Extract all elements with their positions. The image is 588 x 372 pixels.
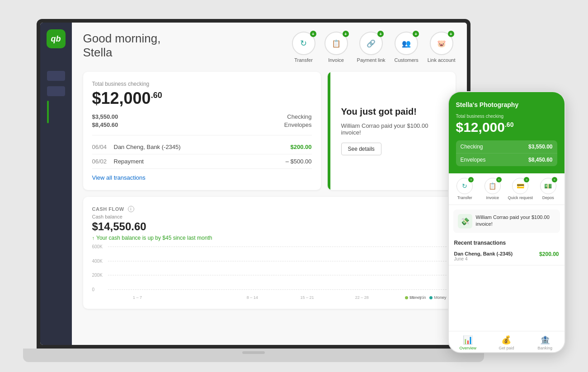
link-account-icon-circle: 🐷 + bbox=[430, 32, 453, 55]
payment-icon-circle: 🔗 + bbox=[359, 32, 383, 55]
cashflow-header: CASH FLOW i bbox=[92, 206, 447, 212]
phone-action-deposit[interactable]: 💵 + Depos bbox=[534, 178, 562, 200]
transfer-label: Transfer bbox=[294, 57, 313, 63]
quick-action-transfer[interactable]: ↻ + Transfer bbox=[292, 32, 315, 63]
phone-transfer-icon: ↻ + bbox=[456, 178, 473, 194]
sidebar-item-2[interactable] bbox=[47, 86, 65, 96]
legend-green-dot bbox=[405, 296, 408, 299]
phone-balance-label: Total business checking bbox=[456, 114, 557, 119]
phone-nav-getpaid-icon: 💰 bbox=[501, 335, 511, 345]
cashflow-balance: $14,550.60 bbox=[92, 220, 447, 233]
quick-action-payment[interactable]: 🔗 + Payment link bbox=[357, 32, 386, 63]
y-label-600k: 600K bbox=[92, 244, 103, 249]
quick-action-invoice[interactable]: 📋 + Invoice bbox=[325, 32, 348, 63]
phone-business-name: Stella's Photography bbox=[456, 101, 557, 108]
balance-label: Total business checking bbox=[92, 81, 312, 87]
laptop-screen: qb Good morning, St bbox=[40, 23, 467, 345]
notif-text: William Corrao paid your $100.00 invoice… bbox=[337, 122, 447, 136]
bars-container bbox=[110, 248, 444, 291]
phone-envelopes-row: Envelopes $8,450.60 bbox=[456, 153, 557, 166]
payment-plus: + bbox=[377, 31, 384, 37]
invoice-plus: + bbox=[343, 31, 349, 37]
phone-deposit-label: Depos bbox=[542, 195, 554, 200]
phone-trans-amount: $200.00 bbox=[539, 251, 559, 257]
phone-deposit-icon: 💵 + bbox=[540, 178, 556, 194]
legend-money-out: Money bbox=[429, 295, 446, 300]
phone-action-transfer[interactable]: ↻ + Transfer bbox=[451, 178, 479, 200]
greeting-line1: Good morning, Stella bbox=[83, 32, 161, 60]
sidebar: qb bbox=[40, 23, 72, 345]
grid-line-1 bbox=[108, 246, 447, 247]
customers-plus: + bbox=[413, 31, 419, 37]
phone-quick-request-icon: 💳 + bbox=[512, 178, 528, 194]
legend-money-in: Money in bbox=[405, 295, 426, 300]
phone-nav-banking[interactable]: 🏦 Banking bbox=[526, 335, 564, 350]
transaction-2: 06/02 Repayment – $500.00 bbox=[92, 154, 312, 169]
quick-action-customers[interactable]: 👥 + Customers bbox=[395, 32, 419, 63]
phone-nav-getpaid[interactable]: 💰 Get paid bbox=[487, 335, 526, 350]
phone-checking-row: Checking $3,550.00 bbox=[456, 140, 557, 153]
legend-teal-dot bbox=[429, 296, 433, 299]
laptop: qb Good morning, St bbox=[23, 10, 484, 362]
laptop-trackpad bbox=[242, 351, 265, 354]
transfer-plus: + bbox=[310, 31, 316, 37]
phone-notif-text: William Corrao paid your $100.00 invoice… bbox=[476, 214, 555, 228]
payment-icon: 🔗 bbox=[367, 39, 376, 48]
view-all-link[interactable]: View all transactions bbox=[92, 174, 312, 181]
phone-invoice-plus: + bbox=[496, 177, 502, 182]
envelopes-row: $8,450.60 Envelopes bbox=[92, 121, 312, 128]
main-content: Good morning, Stella ↻ + Transfer bbox=[72, 23, 467, 345]
header: Good morning, Stella ↻ + Transfer bbox=[83, 32, 456, 63]
invoice-icon-circle: 📋 + bbox=[325, 32, 348, 55]
phone-quick-request-plus: + bbox=[524, 177, 529, 182]
transfer-icon: ↻ bbox=[300, 38, 307, 48]
phone-nav-banking-label: Banking bbox=[538, 346, 553, 350]
phone-balance-amount: $12,000.60 bbox=[456, 120, 557, 135]
phone: Stella's Photography Total business chec… bbox=[448, 91, 565, 353]
quick-actions-bar: ↻ + Transfer 📋 + Invoice bbox=[292, 32, 456, 63]
greeting: Good morning, Stella bbox=[83, 32, 161, 60]
customers-icon: 👥 bbox=[402, 39, 411, 48]
phone-screen: Stella's Photography Total business chec… bbox=[449, 92, 564, 352]
phone-transfer-plus: + bbox=[468, 177, 474, 182]
phone-action-quick-request[interactable]: 💳 + Quick request bbox=[507, 178, 535, 200]
up-arrow-icon: ↑ bbox=[92, 235, 95, 241]
balance-card: Total business checking $12,000.60 $3,55… bbox=[83, 72, 321, 190]
transaction-1: 06/04 Dan Cheng, Bank (-2345) $200.00 bbox=[92, 140, 312, 154]
x-label-1: 1 – 7 bbox=[110, 295, 165, 300]
phone-invoice-label: Invoice bbox=[486, 195, 499, 200]
sidebar-nav bbox=[47, 71, 65, 96]
phone-nav-overview-label: Overview bbox=[459, 346, 476, 350]
link-account-label: Link account bbox=[428, 57, 456, 63]
phone-accounts: Checking $3,550.00 Envelopes $8,450.60 bbox=[456, 140, 557, 166]
see-details-button[interactable]: See details bbox=[341, 143, 381, 155]
balance-breakdown: $3,550.00 Checking $8,450.60 Envelopes bbox=[92, 113, 312, 128]
bar-chart: 600K 400K 200K 0 bbox=[92, 246, 447, 300]
quickbooks-logo: qb bbox=[47, 29, 66, 48]
phone-nav-overview-icon: 📊 bbox=[463, 335, 473, 345]
phone-transfer-label: Transfer bbox=[457, 195, 472, 200]
customers-icon-circle: 👥 + bbox=[395, 32, 418, 55]
balance-amount: $12,000.60 bbox=[92, 89, 312, 108]
phone-notification: 💸 William Corrao paid your $100.00 invoi… bbox=[453, 209, 560, 233]
phone-invoice-icon: 📋 + bbox=[485, 178, 501, 194]
y-label-200k: 200K bbox=[92, 273, 103, 278]
link-account-icon: 🐷 bbox=[437, 39, 446, 48]
laptop-screen-outer: qb Good morning, St bbox=[37, 19, 470, 349]
quick-action-link-account[interactable]: 🐷 + Link account bbox=[428, 32, 456, 63]
chart-legend: Money in Money bbox=[405, 295, 447, 300]
sidebar-item-1[interactable] bbox=[47, 71, 65, 81]
notif-title: You just got paid! bbox=[337, 107, 417, 117]
phone-nav-overview[interactable]: 📊 Overview bbox=[449, 335, 487, 350]
x-label-4: 22 – 28 bbox=[334, 295, 389, 300]
y-label-400k: 400K bbox=[92, 259, 103, 264]
phone-quick-request-label: Quick request bbox=[508, 195, 533, 200]
phone-nav-getpaid-label: Get paid bbox=[499, 346, 514, 350]
phone-action-invoice[interactable]: 📋 + Invoice bbox=[479, 178, 507, 200]
laptop-body bbox=[23, 349, 484, 362]
sidebar-active-indicator bbox=[47, 101, 49, 123]
cashflow-info-icon[interactable]: i bbox=[128, 206, 134, 212]
customers-label: Customers bbox=[395, 57, 419, 63]
y-axis: 600K 400K 200K 0 bbox=[92, 246, 108, 291]
y-label-0: 0 bbox=[92, 287, 95, 292]
